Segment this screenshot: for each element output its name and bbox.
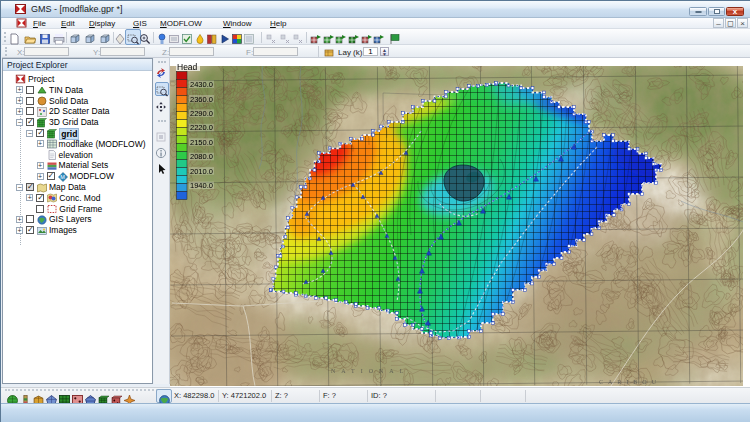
svg-text:M: M (60, 174, 65, 180)
svg-text:2080.0: 2080.0 (190, 152, 213, 161)
svg-text:2290.0: 2290.0 (190, 109, 213, 118)
svg-text:2220.0: 2220.0 (190, 123, 213, 132)
svg-text:2360.0: 2360.0 (190, 95, 213, 104)
svg-text:1940.0: 1940.0 (190, 181, 213, 190)
svg-text:NATIONAL: NATIONAL (331, 368, 409, 374)
svg-text:Head: Head (177, 62, 198, 72)
svg-text:2010.0: 2010.0 (190, 167, 213, 176)
svg-text:2150.0: 2150.0 (190, 138, 213, 147)
svg-text:2430.0: 2430.0 (190, 80, 213, 89)
svg-text:CARIBOU: CARIBOU (599, 379, 661, 385)
